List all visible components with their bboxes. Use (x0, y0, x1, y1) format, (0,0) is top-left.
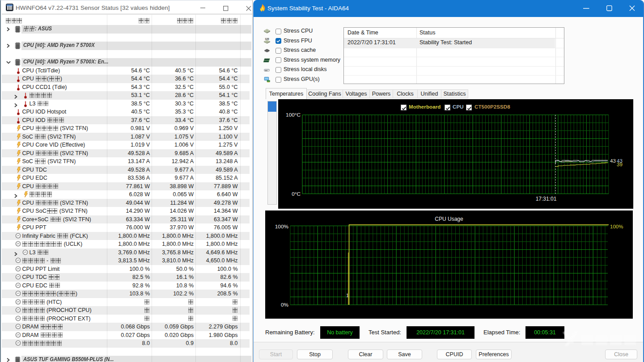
svg-text:CPU Usage: CPU Usage (435, 216, 463, 222)
svg-text:123: 123 (265, 38, 269, 40)
svg-text:17:31:01: 17:31:01 (536, 196, 557, 202)
svg-text:43: 43 (610, 158, 616, 164)
svg-text:39: 39 (617, 162, 623, 167)
svg-text:0%: 0% (281, 302, 289, 308)
svg-text:100%: 100% (275, 223, 289, 230)
svg-text:1: 1 (346, 293, 349, 298)
svg-text:100°C: 100°C (286, 112, 301, 118)
svg-text:100%: 100% (610, 224, 623, 229)
svg-text:0°C: 0°C (292, 191, 301, 197)
